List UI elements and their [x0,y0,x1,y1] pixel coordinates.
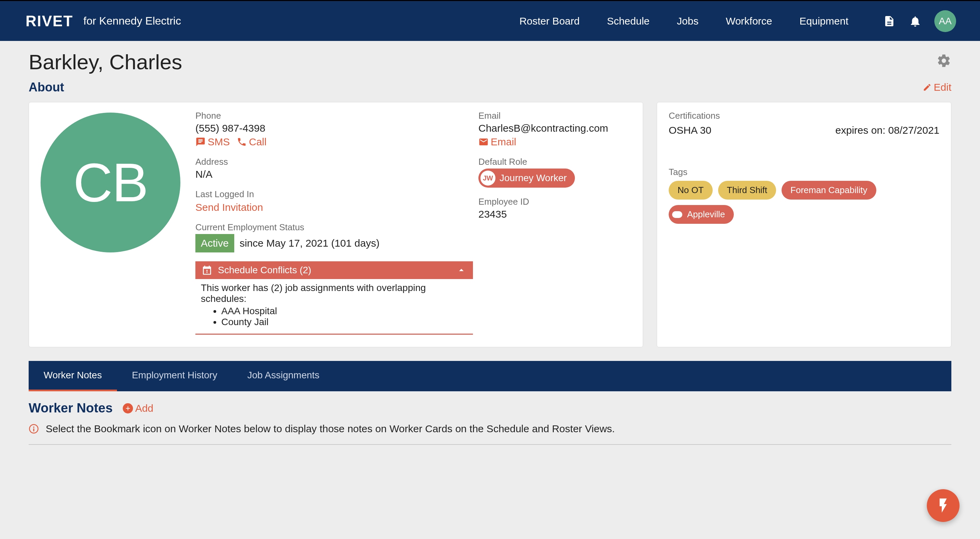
add-note-button[interactable]: + Add [123,403,153,414]
email-label: Email [479,110,631,121]
sms-button[interactable]: SMS [196,136,230,148]
document-icon[interactable] [883,14,896,28]
schedule-conflicts-panel: Schedule Conflicts (2) This worker has (… [196,261,473,335]
tag-appleville[interactable]: Appleville [669,205,734,224]
email-action-label: Email [491,136,516,148]
tab-bar: Worker Notes Employment History Job Assi… [29,361,951,391]
plus-icon: + [123,403,133,413]
tags-container: No OT Third Shift Foreman Capability App… [669,181,939,224]
status-badge: Active [196,234,234,252]
phone-label: Phone [196,110,458,121]
page-title: Barkley, Charles [29,50,182,74]
tab-job-assignments[interactable]: Job Assignments [232,361,334,391]
info-icon [29,424,39,434]
phone-value: (555) 987-4398 [196,123,458,134]
call-button[interactable]: Call [237,136,267,148]
emp-status-label: Current Employment Status [196,222,458,233]
worker-notes-heading: Worker Notes [29,401,113,416]
tab-employment-history[interactable]: Employment History [117,361,232,391]
address-label: Address [196,156,458,167]
about-heading: About [29,80,64,94]
user-avatar[interactable]: AA [934,10,956,32]
about-card: CB Phone (555) 987-4398 SMS [29,102,643,347]
schedule-conflicts-title: Schedule Conflicts (2) [218,265,311,276]
certifications-label: Certifications [669,110,939,121]
sms-label: SMS [208,136,230,148]
chevron-up-icon [456,265,467,276]
tag-no-ot[interactable]: No OT [669,181,713,199]
calendar-alert-icon [202,265,212,276]
nav-workforce[interactable]: Workforce [725,15,772,27]
address-value: N/A [196,169,458,180]
edit-button[interactable]: Edit [923,81,951,93]
last-login-label: Last Logged In [196,189,458,199]
worker-avatar: CB [41,113,180,252]
role-pill: JW Journey Worker [479,169,575,188]
nav-equipment[interactable]: Equipment [800,15,848,27]
brand-subtitle: for Kennedy Electric [84,15,181,27]
default-role-label: Default Role [479,156,631,167]
tag-dot-icon [672,211,682,218]
call-label: Call [249,136,267,148]
conflict-item: AAA Hospital [221,306,468,317]
notes-hint: Select the Bookmark icon on Worker Notes… [46,423,615,435]
employee-id-label: Employee ID [479,196,631,207]
send-invitation-button[interactable]: Send Invitation [196,202,458,213]
gear-icon[interactable] [936,53,951,71]
conflict-item: County Jail [221,317,468,327]
role-name: Journey Worker [500,172,567,183]
side-card: Certifications OSHA 30 expires on: 08/27… [657,102,951,347]
email-button[interactable]: Email [479,136,631,148]
schedule-conflicts-toggle[interactable]: Schedule Conflicts (2) [196,261,473,279]
status-since: since May 17, 2021 (101 days) [240,238,380,249]
cert-expires: expires on: 08/27/2021 [835,124,939,136]
brand-logo: RIVET [25,13,73,30]
nav-roster-board[interactable]: Roster Board [519,15,580,27]
conflict-body-text: This worker has (2) job assignments with… [201,282,468,304]
tab-worker-notes[interactable]: Worker Notes [29,361,117,391]
tag-third-shift[interactable]: Third Shift [718,181,776,199]
nav-jobs[interactable]: Jobs [677,15,698,27]
cert-name: OSHA 30 [669,124,711,136]
top-nav: RIVET for Kennedy Electric Roster Board … [0,0,980,41]
nav-schedule[interactable]: Schedule [607,15,649,27]
bell-icon[interactable] [908,14,922,28]
employee-id-value: 23435 [479,209,631,220]
role-abbr: JW [480,171,495,186]
tags-label: Tags [669,167,939,177]
edit-label: Edit [934,81,951,93]
tag-foreman-capability[interactable]: Foreman Capability [781,181,876,199]
email-value: CharlesB@kcontracting.com [479,123,631,134]
